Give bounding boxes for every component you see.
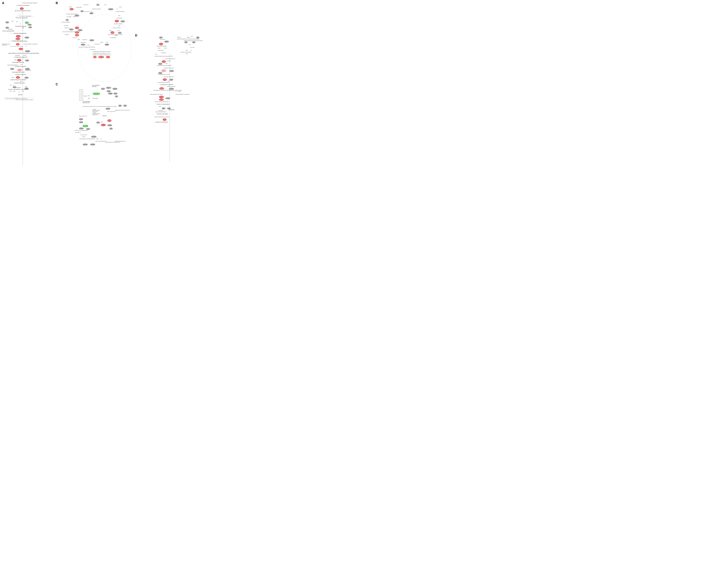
g3p-d-label: D-glyceraldehyde-3-phosphate: [176, 94, 189, 95]
dodecenoyl-coa-label: dodecenoyl-CoA: [115, 110, 123, 111]
atp-c-label: ATP: [88, 95, 90, 96]
ogdhl-node: ►OGDHL: [105, 44, 109, 46]
pgam4-d-node: ►PGAM4: [169, 70, 174, 72]
glucose6p-label: β-D-glucose-6-phosphate: [17, 5, 29, 6]
slc27a1-label: SLC27A1: [79, 89, 83, 90]
h-b1-label: H+: [117, 8, 118, 9]
pgam1-node: ►PGAM1: [17, 69, 22, 71]
gpi-node: GPI: [20, 7, 24, 10]
fbp1-node: FBP1: [5, 21, 9, 24]
sdha-node: SDHA◄: [69, 28, 74, 30]
fh-node: FH: [65, 19, 69, 21]
sdhb-node: SDHB: [75, 27, 79, 29]
adp-a1-label: ADP: [22, 27, 24, 28]
pep-a-label: phosphoenolpyruvate: [14, 82, 25, 84]
h-a4-label: H+: [19, 91, 20, 92]
malate-dh-d-label: malate dehydrogenase (oxaloacetate-decar…: [177, 38, 199, 39]
sdhd-node: SDHD: [75, 34, 79, 36]
atp-a4-label: ATP: [22, 91, 24, 92]
nadh-c-label: NADH: [82, 136, 85, 137]
citrate-synthase-label: citrate (S)-synthase: [92, 8, 101, 9]
acsbg1-node: ACSBG1: [108, 92, 113, 94]
nad-d2-label: NAD+: [178, 91, 181, 92]
pfkp-node: PFKP: [28, 26, 32, 28]
eno1-d-node: ENO1: [162, 60, 166, 63]
ubiquinone-label: ubiquinone: [64, 27, 70, 28]
pyruvate-d-label: pyruvate: [190, 47, 194, 48]
pyruvate-a-label: pyruvate: [18, 94, 22, 95]
atp-a2-label: ATP: [21, 64, 22, 65]
h2o-d1-label: H2O: [186, 50, 188, 51]
tpi1-node: TPI1: [16, 43, 20, 45]
nad-d-label: NAD+: [158, 48, 161, 49]
13bpg-label: 1,3-bisphospho-D-glycerate: [14, 57, 27, 58]
pklr-node: PKLR: [13, 86, 16, 88]
h2o-b1-label: H2O: [104, 4, 106, 5]
oxidized-etf-label: oxidizedelectron-transferflavoprotein: [93, 112, 100, 115]
svg-point-12: [78, 14, 132, 82]
pgk2-d-node: ►PGK2: [169, 79, 173, 81]
pyruvate-water-dikinase-d-label: pyruvate, water dikinase: [181, 52, 192, 53]
h-c-label: H+: [101, 138, 102, 139]
nadh-b3-label: NADH: [100, 42, 103, 43]
atp-a3-label: ATP: [10, 85, 11, 86]
nadh-d3-label: NADH: [167, 86, 170, 87]
enolase-label: phosphoenolpyruvate hydratase: [10, 79, 26, 80]
adp-d2-label: ADP: [167, 81, 169, 82]
13bpg-d-label: 1,3-bisphospho-D-glycerate: [160, 84, 173, 85]
phosphate-a2-label: phosphate: [15, 55, 20, 56]
mdh1-node: MDH1: [89, 12, 94, 14]
pgk-d-label: phosphoglycerate kinase: [158, 82, 169, 83]
lipf-node: LIPF: [159, 36, 163, 38]
nadph-d-label: NADPH: [177, 37, 181, 38]
2pg-label: 2-phospho-D-glycerate: [15, 74, 26, 75]
nadh-d2-label: NADH: [164, 48, 167, 49]
fructose16bp-d-label: fructose-1,6-bisphosphate: [157, 104, 169, 105]
nadh-d-label: NADH: [187, 37, 190, 38]
co2-d1-label: CO2: [191, 36, 193, 37]
adp-a3-label: ADP: [25, 86, 27, 87]
fructose6p-d-label: D-fructose-6-phosphate: [157, 113, 168, 115]
aldolase-label: fructose-bisphosphate aldolase: [12, 40, 27, 42]
ogdh-complex-label: 2-oxoglutarate dehydrogenase-complex: [93, 51, 110, 52]
slc27a2-label: SLC27A2: [79, 91, 83, 92]
fbp1-d-node: FBP1: [162, 107, 165, 109]
acaa2-node: ACAA2: [79, 121, 83, 123]
aco2-node: ACO2: [115, 20, 119, 22]
pfkl-node: PFKL: [25, 22, 29, 24]
coenzyme-a-c-label: coenzyme A: [75, 132, 81, 133]
pgk-label: phosphoglycerate kinase: [12, 62, 24, 63]
phosphate-b-label: phosphate: [82, 39, 87, 40]
idh3-node: ►IDH3: [118, 32, 122, 34]
pyruvate-dikinase-label: pyruvate, water dikinase: [8, 89, 20, 90]
me1-node: ME1: [184, 41, 188, 43]
h2o-a2-label: H2O: [20, 81, 22, 82]
hadhb-node: HADHB: [107, 124, 112, 126]
dhap-label: dihydroxyacetonephosphate: [2, 44, 10, 46]
aldoa-node: ALDOA: [16, 35, 21, 37]
auh-node: AUH: [96, 121, 100, 123]
h-b2-label: H+: [91, 11, 92, 12]
h-a1-label: H+: [20, 23, 21, 24]
aldolase-d-label: fructose-bisphosphate aldolase: [155, 101, 169, 102]
phosphate-d3-label: phosphate: [158, 110, 163, 111]
pentose-phosphate-label: >Pentose Phosphate Pathway>: [22, 2, 37, 3]
s-malate-b-label: (S)-malate: [67, 16, 72, 17]
fatty-acyl2-coa-label: fatty acyl-(2) CoA: [79, 115, 87, 117]
cis3-enoyl-coa-label: cis-3-enoyl-CoA: [123, 110, 130, 111]
acetyl-coa-c-node: acetyl-CoA: [83, 125, 88, 127]
isocitrate-label: D-threo-isocitrate: [113, 27, 121, 28]
pgm-d-label: phosphoglycerate mutase: [158, 74, 169, 75]
pep-hydratase-d-label: phosphoenolpyruvate hydratase: [157, 65, 172, 66]
oxaloacetate-b-label: oxaloacetate: [76, 7, 82, 8]
gapdh-node: ►GAPDH: [19, 48, 23, 50]
fatp-node: FATP/long-chain-fatty-acid-CoA ligase: [93, 92, 100, 95]
reduced-etf-label: reducedelectron-transferflavoprotein: [93, 109, 100, 112]
nad-b-label: NAD+: [73, 16, 76, 17]
pep-carboxylase-label: phosphoenolpyruvate carboxylase (ATP): [155, 56, 173, 57]
pgam1-d-node: PGAM1: [161, 69, 166, 72]
h2o-d3-label: H2O: [159, 106, 161, 107]
aconitate-hydratase-b-label: aconitate hydratase: [115, 11, 124, 12]
bpgm-node: BPGM: [10, 68, 14, 70]
epimerase-label: 3-hydroxybutyryl-CoA epimerase: [105, 142, 120, 143]
